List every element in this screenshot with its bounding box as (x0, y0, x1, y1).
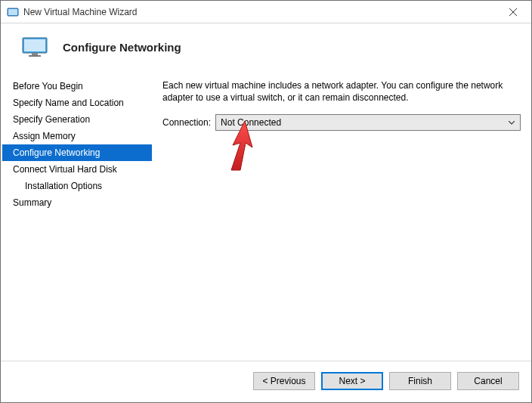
cancel-button[interactable]: Cancel (457, 372, 519, 390)
connection-label: Connection: (162, 117, 211, 128)
chevron-down-icon (506, 121, 517, 125)
content-pane: Each new virtual machine includes a netw… (152, 76, 525, 361)
sidebar-step-specify-name[interactable]: Specify Name and Location (2, 95, 152, 111)
svg-rect-5 (24, 39, 45, 51)
close-button[interactable] (496, 2, 530, 23)
sidebar: Before You Begin Specify Name and Locati… (2, 76, 152, 361)
sidebar-step-specify-generation[interactable]: Specify Generation (2, 111, 152, 128)
window-title: New Virtual Machine Wizard (23, 7, 496, 17)
app-icon (7, 6, 19, 18)
sidebar-step-before-you-begin[interactable]: Before You Begin (2, 78, 152, 95)
svg-rect-6 (32, 53, 38, 55)
next-button[interactable]: Next > (321, 372, 383, 390)
body: Before You Begin Specify Name and Locati… (1, 76, 531, 361)
sidebar-step-assign-memory[interactable]: Assign Memory (2, 128, 152, 144)
wizard-window: New Virtual Machine Wizard Configure Net… (0, 0, 532, 403)
connection-dropdown[interactable]: Not Connected (215, 114, 521, 131)
svg-rect-7 (29, 55, 41, 57)
sidebar-step-installation-options[interactable]: Installation Options (2, 178, 152, 194)
connection-value: Not Connected (221, 117, 506, 128)
connection-row: Connection: Not Connected (162, 114, 521, 131)
svg-rect-1 (8, 9, 17, 15)
header: Configure Networking (1, 23, 531, 76)
sidebar-step-configure-networking[interactable]: Configure Networking (2, 144, 152, 161)
titlebar: New Virtual Machine Wizard (1, 1, 531, 23)
description-text: Each new virtual machine includes a netw… (162, 79, 521, 104)
footer: < Previous Next > Finish Cancel (1, 361, 531, 402)
monitor-icon (22, 37, 48, 57)
finish-button[interactable]: Finish (389, 372, 451, 390)
previous-button[interactable]: < Previous (253, 372, 315, 390)
sidebar-step-connect-vhd[interactable]: Connect Virtual Hard Disk (2, 161, 152, 178)
sidebar-step-summary[interactable]: Summary (2, 194, 152, 211)
page-title: Configure Networking (63, 41, 181, 54)
